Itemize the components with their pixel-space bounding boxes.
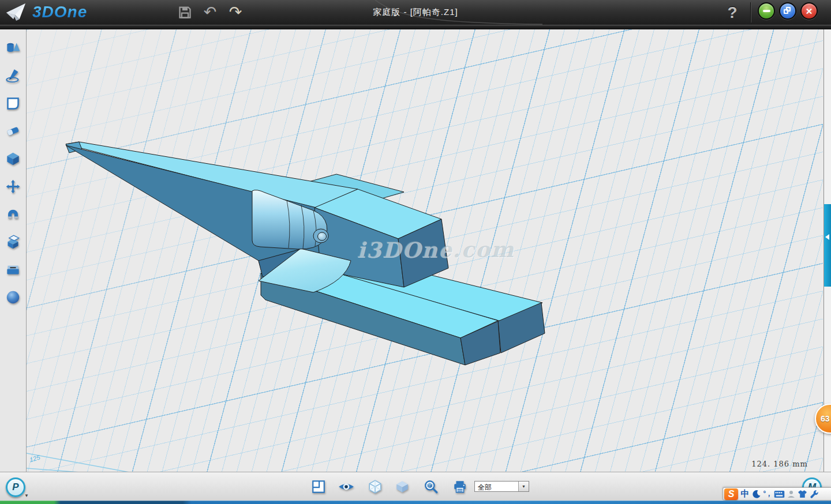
- titlebar-lower-strip: [0, 25, 831, 29]
- save-button[interactable]: [176, 3, 193, 22]
- skin-tshirt-icon: [798, 490, 807, 498]
- bottom-toolbar: P ▼: [0, 472, 831, 501]
- move-transform-icon: [5, 179, 21, 194]
- titlebar-swoosh: [358, 0, 542, 25]
- sidebar-tool-move-transform[interactable]: [0, 172, 26, 200]
- undo-button[interactable]: ↶: [201, 3, 219, 22]
- help-button[interactable]: ?: [723, 0, 742, 25]
- window-controls: ✕: [758, 2, 818, 20]
- toolbox-drawer-icon: [5, 262, 21, 277]
- zoom-magnifier-icon: [424, 479, 439, 494]
- ime-language-toggle[interactable]: 中: [740, 488, 750, 500]
- model-gun-muzzle[interactable]: [318, 232, 327, 240]
- sidebar-tool-material-sphere[interactable]: [0, 283, 26, 311]
- shaded-mode-button[interactable]: [394, 479, 410, 495]
- titlebar-divider: [751, 2, 751, 22]
- panel-collapse-tab[interactable]: [824, 204, 831, 287]
- app-name: 3DOne: [32, 3, 87, 21]
- scale-readout: 124. 186 mm: [742, 460, 817, 468]
- account-person-icon: [787, 490, 796, 499]
- viewport-canvas[interactable]: i3DOne.com 124. 186 mm 125: [27, 29, 823, 472]
- print-button[interactable]: [452, 479, 468, 495]
- ime-punctuation-toggle[interactable]: °，: [763, 488, 772, 500]
- ime-skin[interactable]: [798, 488, 807, 500]
- minimize-button[interactable]: [758, 2, 775, 20]
- titlebar: 3DOne ↶ ↷ 家庭版 - [阿帕奇.Z1] ?: [0, 0, 831, 25]
- save-icon: [177, 5, 193, 20]
- shaded-cube-icon: [395, 479, 410, 494]
- sidebar-tool-sketch-pencil[interactable]: [0, 62, 26, 89]
- restore-icon: [784, 7, 792, 15]
- settings-wrench-icon: [809, 490, 818, 499]
- paper-plane-icon: [5, 2, 28, 22]
- sidebar-tool-toolbox-drawer[interactable]: [0, 255, 26, 283]
- minimize-icon: [763, 10, 770, 12]
- sidebar-tool-magnet-assembly[interactable]: [0, 200, 26, 228]
- sidebar-tool-eraser-deform[interactable]: [0, 117, 26, 145]
- os-taskbar-strip[interactable]: [0, 501, 831, 504]
- primitive-solids-icon: [5, 40, 21, 56]
- eraser-deform-icon: [5, 123, 21, 139]
- filter-dropdown[interactable]: 全部 ▼: [474, 481, 529, 492]
- model-apache[interactable]: [27, 29, 823, 472]
- sidebar-tool-primitive-solids[interactable]: [0, 34, 26, 62]
- sidebar-tool-boolean-combine[interactable]: [0, 228, 26, 255]
- quick-toolbar: ↶ ↷: [176, 0, 244, 25]
- material-sphere-icon: [5, 289, 21, 305]
- sidebar-tool-surface-sketch[interactable]: [0, 89, 26, 117]
- zoom-view-button[interactable]: [423, 479, 439, 495]
- wireframe-mode-button[interactable]: [367, 479, 383, 495]
- redo-icon: ↷: [229, 5, 242, 20]
- eye-icon: [338, 480, 354, 493]
- wireframe-cube-icon: [368, 479, 383, 494]
- ime-toolbar: S 中 °，: [723, 487, 831, 501]
- feature-cube-icon: [5, 151, 21, 167]
- corner-view-icon: [311, 479, 326, 494]
- model-solid[interactable]: [66, 142, 545, 365]
- sketch-pencil-icon: [5, 68, 21, 84]
- magnet-assembly-icon: [5, 206, 21, 222]
- boolean-combine-icon: [5, 234, 21, 250]
- panel-arrow-left-icon: [825, 234, 829, 240]
- soft-keyboard-icon: [774, 490, 785, 498]
- close-icon: ✕: [806, 7, 813, 16]
- printer-icon: [452, 479, 467, 494]
- close-button[interactable]: ✕: [800, 2, 818, 20]
- plugin-button-label: P: [12, 482, 18, 493]
- filter-dropdown-value: 全部: [475, 482, 518, 491]
- undo-icon: ↶: [204, 5, 217, 20]
- notification-count: 63: [821, 414, 830, 423]
- sogou-logo[interactable]: S: [724, 488, 738, 500]
- tool-sidebar: [0, 29, 27, 472]
- ime-settings[interactable]: [809, 488, 818, 500]
- ime-account[interactable]: [787, 488, 796, 500]
- surface-sketch-icon: [5, 96, 21, 111]
- visibility-button[interactable]: [338, 479, 354, 495]
- moon-half-full-icon: [752, 490, 761, 499]
- document-title: 家庭版 - [阿帕奇.Z1]: [0, 0, 831, 25]
- corner-view-button[interactable]: [310, 479, 327, 495]
- app-window: 3DOne ↶ ↷ 家庭版 - [阿帕奇.Z1] ?: [0, 0, 831, 504]
- dropdown-arrow-icon[interactable]: ▼: [518, 482, 529, 491]
- restore-button[interactable]: [779, 2, 796, 20]
- ime-fullhalf-toggle[interactable]: [752, 488, 761, 500]
- plugin-button[interactable]: P: [6, 477, 25, 497]
- plugin-menu-arrow-icon[interactable]: ▼: [24, 493, 29, 498]
- ime-soft-keyboard[interactable]: [774, 488, 785, 500]
- redo-button[interactable]: ↷: [227, 3, 244, 22]
- sogou-logo-icon: S: [724, 488, 738, 500]
- grid-plane-edge: [27, 453, 136, 472]
- sidebar-tool-feature-cube[interactable]: [0, 145, 26, 172]
- app-logo: 3DOne: [5, 2, 87, 22]
